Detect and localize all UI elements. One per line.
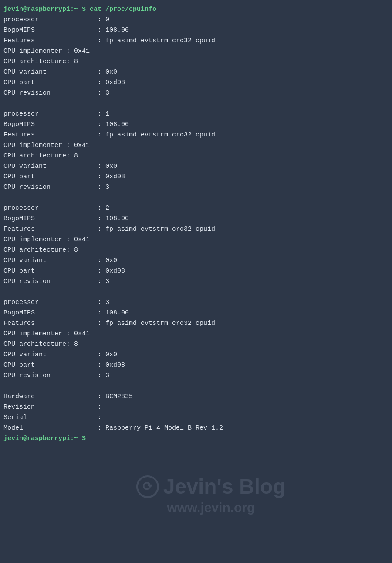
output-line: CPU part : 0xd08: [3, 360, 389, 371]
output-line: CPU revision : 3: [3, 88, 389, 99]
output-line: CPU revision : 3: [3, 371, 389, 381]
output-line: CPU part : 0xd08: [3, 172, 389, 182]
output-line: processor : 0: [3, 15, 389, 25]
hardware-line: Hardware : BCM2835: [3, 392, 389, 402]
output-line: processor : 3: [3, 297, 389, 308]
output-line: CPU architecture: 8: [3, 151, 389, 161]
output-line: CPU variant : 0x0: [3, 67, 389, 78]
output-line: BogoMIPS : 108.00: [3, 308, 389, 318]
output-line: CPU architecture: 8: [3, 57, 389, 67]
revision-line: Revision :: [3, 402, 389, 413]
output-line: BogoMIPS : 108.00: [3, 25, 389, 36]
model-line: Model : Raspberry Pi 4 Model B Rev 1.2: [3, 423, 389, 433]
output-line: CPU implementer : 0x41: [3, 46, 389, 57]
watermark-blog-text: Jevin's Blog: [163, 474, 286, 498]
output-line: CPU variant : 0x0: [3, 161, 389, 172]
output-line: CPU architecture: 8: [3, 339, 389, 350]
output-line: CPU variant : 0x0: [3, 256, 389, 266]
output-line: Features : fp asimd evtstrm crc32 cpuid: [3, 36, 389, 46]
output-line: Features : fp asimd evtstrm crc32 cpuid: [3, 130, 389, 140]
output-line: CPU implementer : 0x41: [3, 235, 389, 245]
output-line: CPU part : 0xd08: [3, 78, 389, 88]
output-line: CPU architecture: 8: [3, 245, 389, 256]
output-line: CPU part : 0xd08: [3, 266, 389, 276]
output-line: CPU variant : 0x0: [3, 350, 389, 360]
output-line: processor : 1: [3, 109, 389, 119]
output-line: CPU revision : 3: [3, 276, 389, 287]
output-line: BogoMIPS : 108.00: [3, 214, 389, 224]
watermark-url: www.jevin.org: [136, 500, 286, 515]
watermark-icon: ⟳: [136, 475, 159, 498]
watermark: ⟳ Jevin's Blog www.jevin.org: [136, 474, 286, 515]
output-line: processor : 2: [3, 203, 389, 214]
final-prompt[interactable]: jevin@raspberrypi:~ $: [3, 433, 389, 444]
terminal-window: jevin@raspberrypi:~ $ cat /proc/cpuinfo …: [3, 4, 389, 563]
output-line: CPU revision : 3: [3, 182, 389, 193]
output-line: BogoMIPS : 108.00: [3, 119, 389, 130]
command-prompt: jevin@raspberrypi:~ $ cat /proc/cpuinfo: [3, 4, 389, 15]
serial-line: Serial :: [3, 413, 389, 423]
output-line: CPU implementer : 0x41: [3, 140, 389, 151]
output-line: CPU implementer : 0x41: [3, 329, 389, 339]
output-line: Features : fp asimd evtstrm crc32 cpuid: [3, 318, 389, 329]
output-line: Features : fp asimd evtstrm crc32 cpuid: [3, 224, 389, 235]
